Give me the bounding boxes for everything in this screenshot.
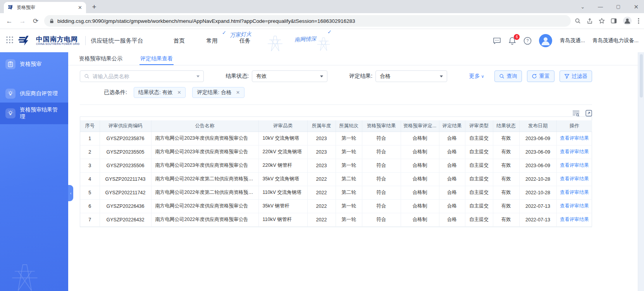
- category-search-input[interactable]: [93, 74, 193, 79]
- scrollbar-thumb[interactable]: [640, 54, 643, 98]
- cell: 35kV 交流角钢塔: [258, 172, 307, 186]
- evaluation-result-select[interactable]: 合格: [375, 70, 447, 82]
- cell: 2023-06-09: [519, 159, 556, 172]
- browser-tab-strip: 资格预审 ✕ + ⌄ — ▢ ✕: [0, 0, 644, 13]
- cell: GYSZP20235506: [100, 159, 151, 172]
- cell: 35kV 钢管杆: [258, 199, 307, 213]
- sidebar-item-1[interactable]: 资格预审: [0, 55, 68, 73]
- cell: 合格: [439, 145, 465, 159]
- cell: 有效: [493, 145, 519, 159]
- column-header-8: 资格预审评定...: [401, 120, 439, 132]
- tab-2[interactable]: 评定结果查看: [140, 52, 173, 65]
- cell: GYSZP20235876: [100, 132, 151, 145]
- window-close-icon[interactable]: ✕: [634, 4, 639, 10]
- query-button[interactable]: 查询: [494, 70, 522, 82]
- app-launcher-icon[interactable]: [5, 36, 14, 46]
- new-tab-button[interactable]: +: [89, 2, 99, 12]
- forward-button[interactable]: →: [18, 18, 27, 24]
- cell: 2022: [307, 172, 336, 186]
- table-row: 2GYSZP20235505南方电网公司2023年度供应商资格预审公告220kV…: [80, 145, 592, 159]
- bookmark-star-icon[interactable]: [599, 18, 605, 24]
- filter-row: 结果状态: 有效 评定结果: 合格 更多∨ 查询: [80, 70, 592, 82]
- cell: 符合: [362, 213, 401, 226]
- window-controls: ⌄ — ▢ ✕: [580, 0, 639, 13]
- view-review-result-link[interactable]: 查看评审结果: [560, 190, 589, 195]
- view-review-result-link[interactable]: 查看评审结果: [560, 176, 589, 181]
- result-status-select[interactable]: 有效: [252, 70, 327, 82]
- chip-remove-icon[interactable]: ✕: [177, 90, 181, 95]
- cell: 2: [80, 145, 100, 159]
- cell: 合格制: [401, 186, 439, 199]
- window-minimize-icon[interactable]: —: [598, 4, 603, 9]
- chip-remove-icon[interactable]: ✕: [236, 90, 240, 95]
- tab-close-icon[interactable]: ✕: [78, 5, 82, 10]
- view-review-result-link[interactable]: 查看评审结果: [560, 217, 589, 222]
- header-nav-item-3[interactable]: 任务: [239, 37, 251, 45]
- cell: 南方电网公司2022年度供应商资格预审公告: [151, 199, 258, 213]
- header-nav-item-1[interactable]: 首页: [174, 37, 185, 45]
- cell: 2023: [307, 145, 336, 159]
- cell: 6: [80, 199, 100, 213]
- column-header-6: 所属轮次: [336, 120, 362, 132]
- cell-action: 查看评审结果: [556, 199, 592, 213]
- user-avatar[interactable]: [539, 34, 552, 47]
- fullscreen-icon[interactable]: [585, 110, 592, 116]
- main-panel: 资格预审结果公示评定结果查看 结果状态: 有效 评定结果:: [68, 52, 638, 291]
- cell: 自主提交: [465, 186, 493, 199]
- back-button[interactable]: ←: [5, 18, 14, 24]
- message-icon[interactable]: [493, 37, 501, 45]
- column-header-1: 序号: [80, 120, 100, 132]
- scrollbar-track[interactable]: [638, 52, 644, 291]
- cell: 自主提交: [465, 172, 493, 186]
- bulb-icon: [5, 89, 15, 99]
- cell: 第一轮: [336, 132, 362, 145]
- cell: 南方电网公司2022年度第二轮供应商资格预审公...: [151, 172, 258, 186]
- more-filters-link[interactable]: 更多∨: [469, 73, 484, 80]
- address-bar[interactable]: bidding.csg.cn:9090/gmp/static/gmpweb/wo…: [44, 15, 571, 27]
- browser-menu-icon[interactable]: [638, 18, 639, 24]
- category-search-select[interactable]: [80, 70, 204, 82]
- sidebar-collapse-handle[interactable]: ‹: [68, 185, 73, 201]
- tab-1[interactable]: 资格预审结果公示: [79, 52, 122, 65]
- cell: 第一轮: [336, 159, 362, 172]
- cell: 有效: [493, 172, 519, 186]
- column-header-5: 所属年度: [307, 120, 336, 132]
- view-review-result-link[interactable]: 查看评审结果: [560, 163, 589, 168]
- notification-bell-icon[interactable]: 6: [508, 37, 516, 45]
- window-maximize-icon[interactable]: ▢: [616, 4, 620, 9]
- app-header: 中国南方电网 CHINA SOUTHERN POWER GRID 供应链统一服务…: [0, 29, 644, 52]
- filter-button[interactable]: 过滤器: [560, 70, 592, 82]
- brand-name: 中国南方电网: [36, 36, 80, 43]
- zoom-icon[interactable]: [575, 18, 581, 24]
- cell: GYSZP20235505: [100, 145, 151, 159]
- sidebar-item-label: 供应商自评管理: [20, 90, 58, 97]
- browser-tab[interactable]: 资格预审 ✕: [4, 2, 86, 13]
- brand-subtitle: CHINA SOUTHERN POWER GRID: [36, 43, 80, 46]
- result-status-value: 有效: [256, 73, 267, 80]
- content: 结果状态: 有效 评定结果: 合格 更多∨ 查询: [80, 70, 592, 227]
- reset-button[interactable]: 重置: [527, 70, 554, 82]
- profile-avatar-icon[interactable]: [623, 16, 632, 26]
- cell: 4: [80, 172, 100, 186]
- refresh-button[interactable]: ⟳: [31, 18, 40, 24]
- sidebar-item-2[interactable]: 供应商自评管理: [0, 85, 68, 103]
- cell-action: 查看评审结果: [556, 132, 592, 145]
- share-icon[interactable]: [587, 18, 593, 24]
- sidebar-item-3[interactable]: 资格预审结果管理: [0, 103, 68, 124]
- browser-chevron-icon[interactable]: ⌄: [580, 4, 585, 9]
- user-name[interactable]: 青岛茂通...: [560, 37, 585, 44]
- side-panel-icon[interactable]: [611, 18, 617, 24]
- filter-chip-2: 评定结果: 合格✕: [192, 87, 245, 98]
- cell: 2022-10-28: [519, 186, 556, 199]
- header-nav-item-2[interactable]: 常用: [207, 37, 218, 45]
- cell: GYSZP20226432: [100, 213, 151, 226]
- view-review-result-link[interactable]: 查看评审结果: [560, 149, 589, 154]
- cell: 有效: [493, 213, 519, 226]
- notification-badge: 6: [514, 34, 520, 40]
- company-name[interactable]: 青岛茂通电力设备...: [592, 37, 639, 44]
- evaluation-result-value: 合格: [380, 73, 390, 80]
- help-icon[interactable]: ?: [523, 37, 532, 45]
- view-review-result-link[interactable]: 查看评审结果: [560, 203, 589, 209]
- column-settings-icon[interactable]: [572, 110, 580, 116]
- view-review-result-link[interactable]: 查看评审结果: [560, 135, 589, 141]
